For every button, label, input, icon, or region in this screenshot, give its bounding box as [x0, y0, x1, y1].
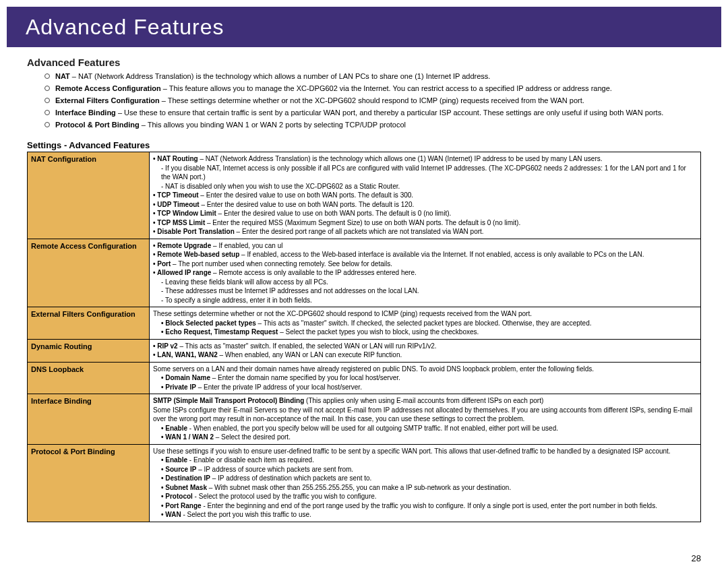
row-content: Use these settings if you wish to ensure… — [150, 444, 701, 522]
row-label: Dynamic Routing — [28, 339, 150, 362]
intro-item: External Filters Configuration – These s… — [47, 95, 701, 106]
intro-item: NAT – NAT (Network Address Translation) … — [47, 71, 701, 82]
table-row: NAT Configuration• NAT Routing – NAT (Ne… — [28, 152, 701, 239]
row-label: NAT Configuration — [28, 152, 150, 239]
table-row: Protocol & Port BindingUse these setting… — [28, 444, 701, 522]
row-content: SMTP (Simple Mail Transport Protocol) Bi… — [150, 394, 701, 445]
row-content: • NAT Routing – NAT (Network Address Tra… — [150, 152, 701, 239]
table-row: Interface BindingSMTP (Simple Mail Trans… — [28, 394, 701, 445]
intro-item: Remote Access Configuration – This featu… — [47, 83, 701, 94]
bullet-icon — [44, 122, 50, 127]
page-number: 28 — [692, 553, 701, 562]
intro-item: Protocol & Port Binding – This allows yo… — [47, 119, 701, 131]
table-row: Remote Access Configuration• Remote Upgr… — [28, 239, 701, 307]
section-title: Advanced Features — [27, 57, 701, 68]
row-label: Protocol & Port Binding — [28, 444, 150, 522]
features-table: NAT Configuration• NAT Routing – NAT (Ne… — [27, 152, 701, 522]
row-label: DNS Loopback — [28, 362, 150, 394]
row-content: • Remote Upgrade – If enabled, you can u… — [150, 239, 701, 307]
table-row: Dynamic Routing• RIP v2 – This acts as "… — [28, 339, 701, 362]
bullet-icon — [44, 73, 50, 79]
row-label: Interface Binding — [28, 394, 150, 445]
bullet-icon — [44, 98, 50, 103]
table-row: External Filters ConfigurationThese sett… — [28, 307, 701, 340]
bullet-icon — [44, 110, 50, 115]
intro-list: NAT – NAT (Network Address Translation) … — [27, 71, 701, 131]
bullet-icon — [44, 86, 50, 91]
row-content: These settings determine whether or not … — [150, 307, 701, 340]
table-row: DNS LoopbackSome servers on a LAN and th… — [28, 362, 701, 394]
intro-item: Interface Binding – Use these to ensure … — [47, 107, 701, 119]
row-label: Remote Access Configuration — [28, 239, 150, 307]
row-content: Some servers on a LAN and their domain n… — [150, 362, 701, 394]
row-content: • RIP v2 – This acts as "master" switch.… — [150, 339, 701, 362]
subsection-title: Settings - Advanced Features — [27, 140, 701, 150]
row-label: External Filters Configuration — [28, 307, 150, 340]
page-banner: Advanced Features — [7, 7, 721, 47]
